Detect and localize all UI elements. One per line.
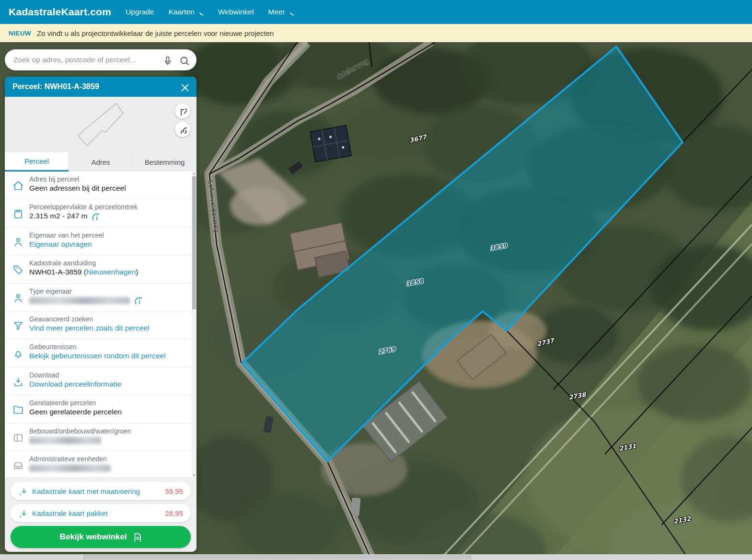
bekijk-webwinkel-button[interactable]: Bekijk webwinkel [11,526,191,548]
chevron-down-icon [197,9,204,15]
nav-label: Upgrade [126,8,154,16]
info-icon[interactable] [91,212,99,220]
horizontal-scrollbar[interactable] [0,554,752,560]
external-link-icon [179,107,187,115]
download-icon [12,376,23,387]
panel-scrollbar[interactable]: ▲ ▼ [192,171,197,477]
open-external-button[interactable] [175,103,190,119]
site-logo[interactable]: KadastraleKaart.com [9,6,111,18]
parcel-preview [5,97,197,152]
tab-adres[interactable]: Adres [69,152,133,171]
row-label: Administratieve eenheden [29,455,111,463]
row-value: NWH01-A-3859 ( [29,268,86,276]
scrollbar-up-arrow[interactable]: ▲ [192,172,197,175]
list-item-oppervlakte: Perceeloppervlakte & perceelomtrek 2.315… [5,199,192,227]
blurred-value [29,297,130,304]
product-kaart-pakket[interactable]: Kadastrale kaart pakket 28,95 [11,504,191,522]
horizontal-scrollbar-thumb[interactable] [84,555,471,560]
van [350,497,360,516]
blurred-value [29,465,111,472]
banner-tag: NIEUW [9,30,31,37]
search-input[interactable] [12,55,155,65]
cta-label: Bekijk webwinkel [60,532,127,542]
row-value: 2.315 m2 - 247 m [29,212,87,220]
parcel-info-panel: Perceel: NWH01-A-3859 Perceel Adres Best… [5,77,197,552]
document-icon [132,532,141,542]
columns-icon [12,432,23,443]
nav-label: Kaarten [168,8,194,16]
bell-icon [12,348,23,358]
row-label: Perceeloppervlakte & perceelomtrek [29,203,138,211]
product-kaart-met-maatvoering[interactable]: Kadastrale kaart met maatvoering 59,95 [11,482,191,500]
list-item-geavanceerd-zoeken: Geavanceerd zoeken Vind meer percelen zo… [5,311,192,339]
download-icon [18,487,27,495]
list-item-type-eigenaar: Type eigenaar [5,284,192,311]
chevron-down-icon [288,9,294,15]
list-item-administratieve-eenheden: Administratieve eenheden [5,451,192,477]
row-label: Download [29,371,121,379]
list-item-adres: Adres bij perceel Geen adressen bij dit … [5,171,192,199]
copy-link-button[interactable] [175,122,190,137]
panel-tabs: Perceel Adres Bestemming [5,152,197,171]
tab-bestemming[interactable]: Bestemming [133,152,197,171]
search-bar [5,49,197,70]
download-perceelinformatie-link[interactable]: Download perceelinformatie [29,380,121,389]
nav-item-kaarten[interactable]: Kaarten [168,8,203,16]
list-item-download: Download Download perceelinformatie [5,367,192,395]
list-item-bebouwd: Bebouwd/onbebouwd/water/groen [5,423,192,451]
row-value: Geen gerelateerde percelen [29,408,122,416]
eigenaar-opvragen-link[interactable]: Eigenaar opvragen [29,240,104,249]
microphone-icon[interactable] [162,55,172,65]
nav-item-webwinkel[interactable]: Webwinkel [218,8,254,16]
blurred-value [29,437,101,444]
panel-title: Perceel: NWH01-A-3859 [12,82,179,91]
panel-footer: Kadastrale kaart met maatvoering 59,95 K… [5,477,197,552]
nav-label: Webwinkel [218,8,254,16]
list-item-eigenaar: Eigenaar van het perceel Eigenaar opvrag… [5,228,192,255]
download-icon [18,509,27,517]
clipboard-icon [12,208,23,218]
person-icon [12,236,23,247]
row-value: ) [136,268,138,276]
banner-text: Zo vindt u als projectontwikkelaar de ju… [37,29,274,37]
funnel-icon [12,320,23,331]
nieuwenhagen-link[interactable]: Nieuwenhagen [86,268,136,276]
info-icon[interactable] [134,296,142,304]
row-label: Gebeurtenissen [29,343,165,351]
list-item-aanduiding: Kadastrale aanduiding NWH01-A-3859 (Nieu… [5,255,192,283]
tab-perceel[interactable]: Perceel [5,152,69,171]
notice-banner[interactable]: NIEUW Zo vindt u als projectontwikkelaar… [0,24,752,42]
product-label: Kadastrale kaart pakket [32,509,165,517]
chain-link-icon [179,126,187,134]
row-label: Kadastrale aanduiding [29,259,138,267]
list-item-gerelateerde-percelen: Gerelateerde percelen Geen gerelateerde … [5,395,192,423]
row-label: Type eigenaar [29,287,142,295]
row-label: Geavanceerd zoeken [29,315,149,323]
list-item-gebeurtenissen: Gebeurtenissen Bekijk gebeurtenissen ron… [5,339,192,367]
row-label: Gerelateerde percelen [29,399,122,407]
product-price: 28,95 [165,509,183,517]
scrollbar-thumb[interactable] [192,176,196,309]
product-price: 59,95 [165,487,183,495]
nav-label: Meer [268,8,285,16]
tag-icon [12,264,23,274]
inbox-icon [12,460,23,470]
vind-meer-percelen-link[interactable]: Vind meer percelen zoals dit perceel [29,324,149,332]
row-label: Bebouwd/onbebouwd/water/groen [29,427,131,435]
row-label: Eigenaar van het perceel [29,231,104,239]
bekijk-gebeurtenissen-link[interactable]: Bekijk gebeurtenissen rondom dit perceel [29,352,165,360]
product-label: Kadastrale kaart met maatvoering [32,487,165,495]
nav-item-upgrade[interactable]: Upgrade [126,8,154,16]
row-value: Geen adressen bij dit perceel [29,184,126,193]
row-label: Adres bij perceel [29,175,126,183]
folder-icon [12,404,23,414]
scrollbar-down-arrow[interactable]: ▼ [192,474,197,477]
close-icon[interactable] [179,82,189,91]
parcel-outline-thumbnail [60,100,141,149]
person-icon [12,292,23,303]
panel-header: Perceel: NWH01-A-3859 [5,77,197,97]
nav-item-meer[interactable]: Meer [268,8,294,16]
top-navigation-bar: KadastraleKaart.com Upgrade Kaarten Webw… [0,0,752,24]
home-icon [12,180,23,191]
search-icon[interactable] [179,55,189,65]
